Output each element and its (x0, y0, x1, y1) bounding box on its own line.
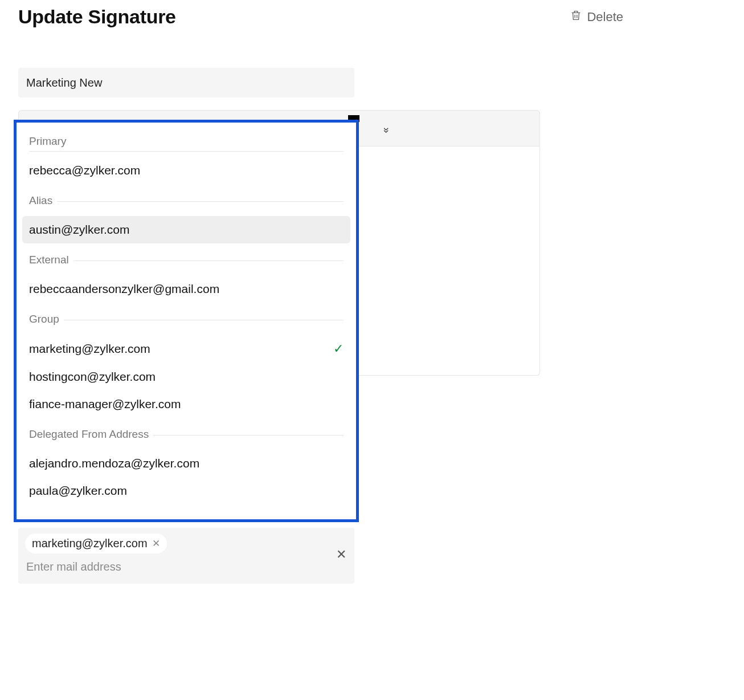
signature-name-input[interactable] (18, 68, 354, 97)
email-dropdown: Primaryrebecca@zylker.comAliasaustin@zyl… (14, 120, 359, 522)
dropdown-item[interactable]: rebecca@zylker.com (22, 157, 350, 184)
trash-icon (570, 9, 582, 25)
dropdown-item-label: alejandro.mendoza@zylker.com (29, 457, 199, 470)
dropdown-item-label: rebeccaandersonzylker@gmail.com (29, 282, 219, 296)
dropdown-item-label: hostingcon@zylker.com (29, 370, 156, 384)
close-icon[interactable]: ✕ (336, 547, 346, 562)
dropdown-item[interactable]: austin@zylker.com (22, 216, 350, 243)
dropdown-group-label: Primary (29, 135, 71, 148)
check-icon: ✓ (333, 341, 344, 356)
dropdown-item-label: marketing@zylker.com (29, 342, 150, 356)
chip-remove-icon[interactable]: ✕ (152, 538, 160, 550)
toolbar-expand-icon[interactable]: » (381, 127, 393, 133)
mail-address-input[interactable] (25, 557, 348, 577)
dropdown-item[interactable]: rebeccaandersonzylker@gmail.com (22, 275, 350, 303)
chip-label: marketing@zylker.com (32, 537, 148, 550)
associated-emails-field[interactable]: marketing@zylker.com✕ ✕ (18, 528, 354, 584)
dropdown-group-label: Group (29, 313, 64, 325)
dropdown-item-label: paula@zylker.com (29, 484, 127, 498)
dropdown-item-label: rebecca@zylker.com (29, 164, 140, 177)
dropdown-group-label: Delegated From Address (29, 428, 153, 441)
dropdown-group-label: External (29, 254, 73, 266)
dropdown-item[interactable]: alejandro.mendoza@zylker.com (22, 450, 350, 477)
dropdown-item[interactable]: hostingcon@zylker.com (22, 363, 350, 390)
dropdown-item-label: fiance-manager@zylker.com (29, 397, 181, 411)
dropdown-item-label: austin@zylker.com (29, 223, 130, 237)
delete-label: Delete (587, 10, 623, 25)
dropdown-item[interactable]: paula@zylker.com (22, 477, 350, 504)
dropdown-item[interactable]: fiance-manager@zylker.com (22, 390, 350, 418)
delete-button[interactable]: Delete (570, 9, 726, 25)
dropdown-item[interactable]: marketing@zylker.com✓ (22, 335, 350, 363)
email-chip[interactable]: marketing@zylker.com✕ (25, 534, 167, 554)
dropdown-group-label: Alias (29, 194, 57, 207)
page-title: Update Signature (18, 6, 176, 28)
